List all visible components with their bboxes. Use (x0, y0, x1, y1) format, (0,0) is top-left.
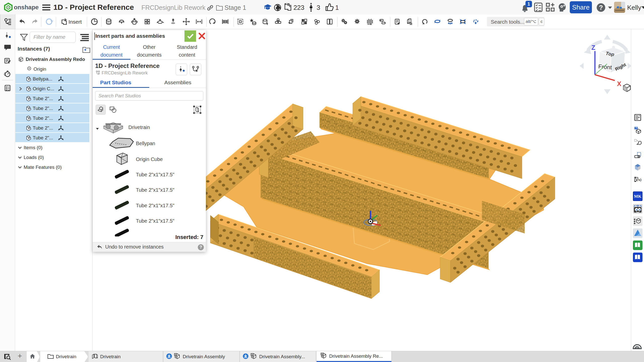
svg-text:x): x) (638, 178, 641, 182)
svg-text:X: X (617, 80, 621, 87)
svg-text:Front: Front (598, 63, 612, 71)
svg-text:Z: Z (591, 44, 595, 51)
svg-text:?: ? (599, 4, 603, 11)
svg-text:onshape: onshape (14, 4, 39, 11)
